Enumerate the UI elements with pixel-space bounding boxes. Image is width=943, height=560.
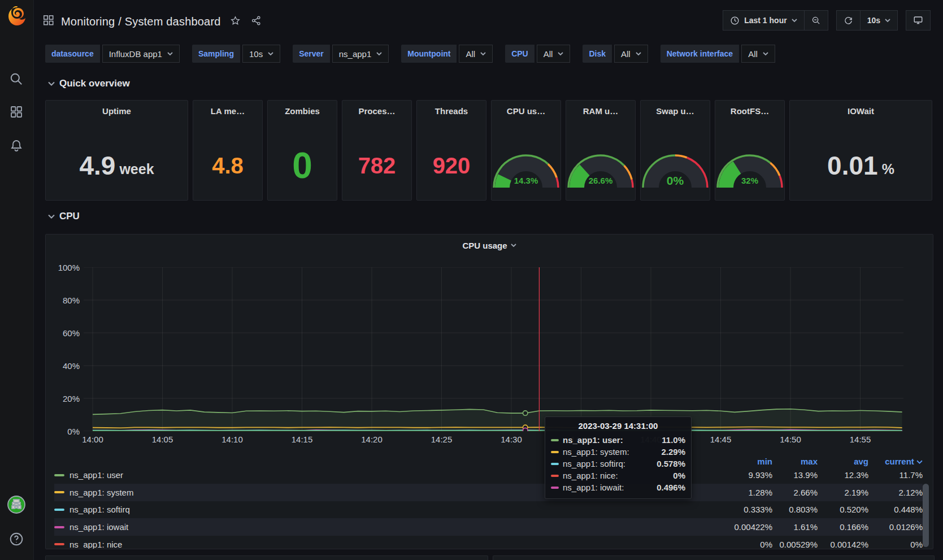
section-quick-overview[interactable]: Quick overview bbox=[48, 78, 130, 89]
stat-value-iowait: 0.01% bbox=[790, 131, 932, 200]
legend-avg-ns-app1-iowait: 0.166% bbox=[818, 522, 868, 532]
stat-title-uptime: Uptime bbox=[46, 106, 188, 116]
x-tick-14-30: 14:30 bbox=[493, 435, 529, 444]
series-swatch bbox=[54, 474, 64, 476]
legend-scrollbar[interactable] bbox=[923, 484, 929, 547]
next-panel-stub-right bbox=[493, 555, 935, 560]
series-swatch bbox=[54, 509, 64, 511]
x-tick-14-50: 14:50 bbox=[772, 435, 809, 444]
stat-value-zombies: 0 bbox=[268, 131, 337, 200]
grafana-logo[interactable] bbox=[6, 6, 28, 27]
user-avatar[interactable] bbox=[7, 496, 25, 514]
cpu-usage-panel-title-label: CPU usage bbox=[462, 241, 507, 250]
variable-disk: DiskAll bbox=[583, 45, 648, 63]
legend-sort-current[interactable]: current bbox=[868, 457, 923, 466]
share-icon[interactable] bbox=[251, 15, 262, 28]
sidebar bbox=[0, 0, 34, 560]
star-icon[interactable] bbox=[230, 15, 241, 28]
time-range-picker[interactable]: Last 1 hour bbox=[723, 10, 804, 31]
stat-title-ram-u: RAM u… bbox=[566, 106, 635, 116]
legend-max-ns-app1-system: 2.66% bbox=[772, 488, 818, 497]
legend-current-ns-app1-softirq: 0.448% bbox=[868, 505, 923, 514]
x-tick-14-10: 14:10 bbox=[214, 435, 250, 444]
tooltip-swatch bbox=[551, 475, 559, 477]
variable-label-datasource: datasource bbox=[45, 45, 100, 63]
series-swatch bbox=[54, 491, 64, 493]
stat-title-la-me: LA me… bbox=[193, 106, 262, 116]
variable-value-server[interactable]: ns_app1 bbox=[332, 45, 389, 63]
variable-value-network-interface[interactable]: All bbox=[741, 45, 775, 63]
time-range-label: Last 1 hour bbox=[744, 16, 786, 25]
dashboard-toolbar: Last 1 hour 10s bbox=[723, 10, 931, 31]
legend-series-ns-app1-nice[interactable]: ns_app1: nice bbox=[54, 540, 720, 549]
legend-avg-ns-app1-user: 12.3% bbox=[818, 470, 868, 480]
cpu-usage-chart[interactable] bbox=[84, 267, 911, 431]
stat-title-zombies: Zombies bbox=[268, 106, 337, 116]
legend-min-ns-app1-user: 9.93% bbox=[720, 470, 772, 480]
variable-value-cpu[interactable]: All bbox=[537, 45, 571, 63]
stat-panel-la-me: LA me…4.8 bbox=[193, 100, 263, 201]
cpu-usage-panel-title[interactable]: CPU usage bbox=[46, 241, 933, 250]
y-tick-80pct: 80% bbox=[50, 296, 80, 305]
legend-row-ns-app1-user: ns_app1: user9.93%13.9%12.3%11.7% bbox=[54, 466, 923, 484]
legend-row-ns-app1-nice: ns_app1: nice0%0.00529%0.00142%0% bbox=[54, 536, 923, 549]
legend-current-ns-app1-nice: 0% bbox=[868, 540, 923, 549]
variable-datasource: datasourceInfluxDB app1 bbox=[45, 45, 180, 63]
tooltip-swatch bbox=[551, 451, 559, 453]
variable-value-mountpoint[interactable]: All bbox=[459, 45, 493, 63]
y-tick-40pct: 40% bbox=[50, 361, 80, 371]
section-cpu-label: CPU bbox=[59, 211, 80, 222]
x-tick-14-20: 14:20 bbox=[354, 435, 390, 444]
series-swatch bbox=[54, 543, 64, 545]
dashboards-icon[interactable] bbox=[7, 103, 25, 121]
tooltip-row-ns-app1-iowait: ns_app1: iowait:0.496% bbox=[551, 481, 685, 493]
stat-value-threads: 920 bbox=[417, 131, 486, 200]
stat-panel-zombies: Zombies0 bbox=[267, 100, 337, 201]
section-cpu[interactable]: CPU bbox=[48, 211, 80, 222]
legend-series-ns-app1-softirq[interactable]: ns_app1: softirq bbox=[54, 505, 720, 514]
refresh-interval-picker[interactable]: 10s bbox=[860, 10, 898, 31]
legend-current-ns-app1-system: 2.12% bbox=[868, 488, 923, 497]
legend-avg-ns-app1-system: 2.19% bbox=[818, 488, 868, 497]
stat-panel-iowait: IOWait0.01% bbox=[789, 100, 932, 201]
variable-value-disk[interactable]: All bbox=[614, 45, 648, 63]
legend-sort-avg[interactable]: avg bbox=[818, 457, 868, 466]
variable-label-disk: Disk bbox=[583, 45, 612, 63]
refresh-button[interactable] bbox=[836, 10, 861, 31]
variable-value-datasource[interactable]: InfluxDB app1 bbox=[102, 45, 180, 63]
stat-panel-ram-u: RAM u…26.6% bbox=[566, 100, 636, 201]
y-tick-20pct: 20% bbox=[50, 394, 80, 403]
stat-panel-swap-u: Swap u…0% bbox=[640, 100, 710, 201]
search-icon[interactable] bbox=[7, 70, 25, 88]
stat-title-cpu-us: CPU us… bbox=[492, 106, 560, 116]
variable-network-interface: Network interfaceAll bbox=[660, 45, 775, 63]
variable-server: Serverns_app1 bbox=[293, 45, 389, 63]
page-title[interactable]: Monitoring / System dashboard bbox=[61, 15, 221, 28]
legend-max-ns-app1-user: 13.9% bbox=[772, 470, 818, 480]
kiosk-mode-button[interactable] bbox=[906, 10, 931, 31]
legend-sort-max[interactable]: max bbox=[772, 457, 818, 466]
legend-current-ns-app1-user: 11.7% bbox=[868, 470, 923, 480]
legend-sort-min[interactable]: min bbox=[720, 457, 772, 466]
legend-row-ns-app1-system: ns_app1: system1.28%2.66%2.19%2.12% bbox=[54, 484, 923, 501]
legend-min-ns-app1-softirq: 0.333% bbox=[720, 505, 772, 514]
variable-cpu: CPUAll bbox=[505, 45, 570, 63]
variable-label-network-interface: Network interface bbox=[660, 45, 739, 63]
chart-tooltip: 2023-03-29 14:31:00 ns_app1: user:11.0%n… bbox=[545, 416, 692, 499]
tooltip-swatch bbox=[551, 487, 559, 489]
stat-title-proces: Proces… bbox=[342, 106, 411, 116]
tooltip-row-ns-app1-softirq: ns_app1: softirq:0.578% bbox=[551, 458, 685, 470]
legend-series-ns-app1-iowait[interactable]: ns_app1: iowait bbox=[54, 522, 720, 532]
x-tick-14-25: 14:25 bbox=[424, 435, 460, 444]
stat-panel-cpu-us: CPU us…14.3% bbox=[491, 100, 561, 201]
stat-title-rootfs: RootFS… bbox=[715, 106, 784, 116]
refresh-interval-label: 10s bbox=[867, 16, 880, 25]
legend-min-ns-app1-system: 1.28% bbox=[720, 488, 772, 497]
stat-panel-proces: Proces…782 bbox=[342, 100, 412, 201]
section-quick-overview-label: Quick overview bbox=[59, 78, 130, 89]
stat-value-uptime: 4.9week bbox=[46, 131, 188, 200]
zoom-out-button[interactable] bbox=[804, 10, 828, 31]
help-icon[interactable] bbox=[7, 530, 25, 548]
alerting-bell-icon[interactable] bbox=[7, 136, 25, 154]
variable-value-sampling[interactable]: 10s bbox=[242, 45, 280, 63]
